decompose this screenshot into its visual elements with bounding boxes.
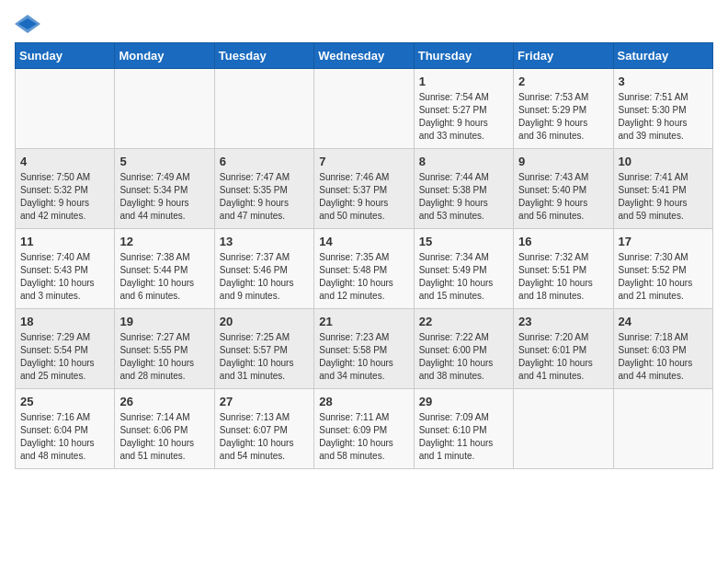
calendar-cell: 3Sunrise: 7:51 AM Sunset: 5:30 PM Daylig… [613, 69, 712, 149]
day-number: 3 [619, 75, 708, 88]
cell-info: Sunrise: 7:09 AM Sunset: 6:10 PM Dayligh… [419, 411, 508, 463]
col-thursday: Thursday [414, 43, 513, 69]
calendar-row: 4Sunrise: 7:50 AM Sunset: 5:32 PM Daylig… [16, 149, 713, 229]
calendar-cell: 12Sunrise: 7:38 AM Sunset: 5:44 PM Dayli… [115, 229, 214, 309]
cell-info: Sunrise: 7:53 AM Sunset: 5:29 PM Dayligh… [518, 91, 608, 143]
calendar-cell [16, 69, 115, 149]
day-number: 10 [619, 155, 708, 168]
day-number: 5 [119, 155, 209, 168]
calendar-cell: 23Sunrise: 7:20 AM Sunset: 6:01 PM Dayli… [514, 309, 613, 389]
calendar-cell [115, 69, 214, 149]
calendar-cell: 13Sunrise: 7:37 AM Sunset: 5:46 PM Dayli… [214, 229, 313, 309]
calendar-cell: 5Sunrise: 7:49 AM Sunset: 5:34 PM Daylig… [115, 149, 214, 229]
calendar-row: 11Sunrise: 7:40 AM Sunset: 5:43 PM Dayli… [16, 229, 713, 309]
day-number: 9 [518, 155, 608, 168]
col-saturday: Saturday [613, 43, 712, 69]
logo [15, 15, 44, 33]
cell-info: Sunrise: 7:18 AM Sunset: 6:03 PM Dayligh… [619, 331, 708, 383]
cell-info: Sunrise: 7:41 AM Sunset: 5:41 PM Dayligh… [619, 171, 708, 223]
cell-info: Sunrise: 7:49 AM Sunset: 5:34 PM Dayligh… [119, 171, 209, 223]
cell-info: Sunrise: 7:27 AM Sunset: 5:55 PM Dayligh… [119, 331, 209, 383]
calendar-cell: 11Sunrise: 7:40 AM Sunset: 5:43 PM Dayli… [16, 229, 115, 309]
cell-info: Sunrise: 7:40 AM Sunset: 5:43 PM Dayligh… [20, 251, 109, 303]
col-friday: Friday [514, 43, 613, 69]
calendar-cell: 18Sunrise: 7:29 AM Sunset: 5:54 PM Dayli… [16, 309, 115, 389]
day-number: 11 [20, 235, 109, 248]
calendar-cell: 19Sunrise: 7:27 AM Sunset: 5:55 PM Dayli… [115, 309, 214, 389]
calendar-row: 1Sunrise: 7:54 AM Sunset: 5:27 PM Daylig… [16, 69, 713, 149]
cell-info: Sunrise: 7:34 AM Sunset: 5:49 PM Dayligh… [419, 251, 508, 303]
calendar-cell: 24Sunrise: 7:18 AM Sunset: 6:03 PM Dayli… [613, 309, 712, 389]
calendar-cell: 1Sunrise: 7:54 AM Sunset: 5:27 PM Daylig… [414, 69, 513, 149]
day-number: 24 [619, 315, 708, 328]
cell-info: Sunrise: 7:46 AM Sunset: 5:37 PM Dayligh… [319, 171, 408, 223]
calendar-cell: 21Sunrise: 7:23 AM Sunset: 5:58 PM Dayli… [314, 309, 414, 389]
calendar-cell [314, 69, 414, 149]
calendar-cell [613, 389, 712, 469]
calendar-cell: 26Sunrise: 7:14 AM Sunset: 6:06 PM Dayli… [115, 389, 214, 469]
calendar-cell: 16Sunrise: 7:32 AM Sunset: 5:51 PM Dayli… [514, 229, 613, 309]
calendar-table: Sunday Monday Tuesday Wednesday Thursday… [15, 42, 713, 469]
calendar-cell [214, 69, 313, 149]
day-number: 16 [518, 235, 608, 248]
day-number: 17 [619, 235, 708, 248]
calendar-cell: 27Sunrise: 7:13 AM Sunset: 6:07 PM Dayli… [214, 389, 313, 469]
calendar-cell: 4Sunrise: 7:50 AM Sunset: 5:32 PM Daylig… [16, 149, 115, 229]
calendar-cell: 9Sunrise: 7:43 AM Sunset: 5:40 PM Daylig… [514, 149, 613, 229]
day-number: 28 [319, 395, 408, 408]
cell-info: Sunrise: 7:13 AM Sunset: 6:07 PM Dayligh… [220, 411, 309, 463]
col-wednesday: Wednesday [314, 43, 414, 69]
day-number: 19 [119, 315, 209, 328]
day-number: 7 [319, 155, 408, 168]
cell-info: Sunrise: 7:32 AM Sunset: 5:51 PM Dayligh… [518, 251, 608, 303]
cell-info: Sunrise: 7:30 AM Sunset: 5:52 PM Dayligh… [619, 251, 708, 303]
day-number: 18 [20, 315, 109, 328]
cell-info: Sunrise: 7:37 AM Sunset: 5:46 PM Dayligh… [220, 251, 309, 303]
cell-info: Sunrise: 7:47 AM Sunset: 5:35 PM Dayligh… [220, 171, 309, 223]
calendar-cell: 15Sunrise: 7:34 AM Sunset: 5:49 PM Dayli… [414, 229, 513, 309]
day-number: 21 [319, 315, 408, 328]
day-number: 1 [419, 75, 508, 88]
cell-info: Sunrise: 7:54 AM Sunset: 5:27 PM Dayligh… [419, 91, 508, 143]
calendar-row: 18Sunrise: 7:29 AM Sunset: 5:54 PM Dayli… [16, 309, 713, 389]
calendar-cell: 8Sunrise: 7:44 AM Sunset: 5:38 PM Daylig… [414, 149, 513, 229]
calendar-cell [514, 389, 613, 469]
day-number: 15 [419, 235, 508, 248]
cell-info: Sunrise: 7:14 AM Sunset: 6:06 PM Dayligh… [119, 411, 209, 463]
col-sunday: Sunday [16, 43, 115, 69]
cell-info: Sunrise: 7:50 AM Sunset: 5:32 PM Dayligh… [20, 171, 109, 223]
cell-info: Sunrise: 7:51 AM Sunset: 5:30 PM Dayligh… [619, 91, 708, 143]
day-number: 27 [220, 395, 309, 408]
day-number: 8 [419, 155, 508, 168]
calendar-cell: 22Sunrise: 7:22 AM Sunset: 6:00 PM Dayli… [414, 309, 513, 389]
calendar-cell: 20Sunrise: 7:25 AM Sunset: 5:57 PM Dayli… [214, 309, 313, 389]
cell-info: Sunrise: 7:38 AM Sunset: 5:44 PM Dayligh… [119, 251, 209, 303]
day-number: 13 [220, 235, 309, 248]
calendar-cell: 14Sunrise: 7:35 AM Sunset: 5:48 PM Dayli… [314, 229, 414, 309]
day-number: 14 [319, 235, 408, 248]
day-number: 23 [518, 315, 608, 328]
cell-info: Sunrise: 7:35 AM Sunset: 5:48 PM Dayligh… [319, 251, 408, 303]
day-number: 2 [518, 75, 608, 88]
col-tuesday: Tuesday [214, 43, 313, 69]
cell-info: Sunrise: 7:22 AM Sunset: 6:00 PM Dayligh… [419, 331, 508, 383]
day-number: 4 [20, 155, 109, 168]
day-number: 6 [220, 155, 309, 168]
calendar-cell: 7Sunrise: 7:46 AM Sunset: 5:37 PM Daylig… [314, 149, 414, 229]
calendar-cell: 6Sunrise: 7:47 AM Sunset: 5:35 PM Daylig… [214, 149, 313, 229]
cell-info: Sunrise: 7:16 AM Sunset: 6:04 PM Dayligh… [20, 411, 109, 463]
logo-icon [15, 15, 40, 33]
header [15, 15, 713, 33]
cell-info: Sunrise: 7:11 AM Sunset: 6:09 PM Dayligh… [319, 411, 408, 463]
cell-info: Sunrise: 7:29 AM Sunset: 5:54 PM Dayligh… [20, 331, 109, 383]
calendar-row: 25Sunrise: 7:16 AM Sunset: 6:04 PM Dayli… [16, 389, 713, 469]
cell-info: Sunrise: 7:25 AM Sunset: 5:57 PM Dayligh… [220, 331, 309, 383]
day-number: 25 [20, 395, 109, 408]
header-row: Sunday Monday Tuesday Wednesday Thursday… [16, 43, 713, 69]
calendar-cell: 28Sunrise: 7:11 AM Sunset: 6:09 PM Dayli… [314, 389, 414, 469]
cell-info: Sunrise: 7:23 AM Sunset: 5:58 PM Dayligh… [319, 331, 408, 383]
calendar-cell: 2Sunrise: 7:53 AM Sunset: 5:29 PM Daylig… [514, 69, 613, 149]
calendar-cell: 29Sunrise: 7:09 AM Sunset: 6:10 PM Dayli… [414, 389, 513, 469]
cell-info: Sunrise: 7:43 AM Sunset: 5:40 PM Dayligh… [518, 171, 608, 223]
day-number: 29 [419, 395, 508, 408]
